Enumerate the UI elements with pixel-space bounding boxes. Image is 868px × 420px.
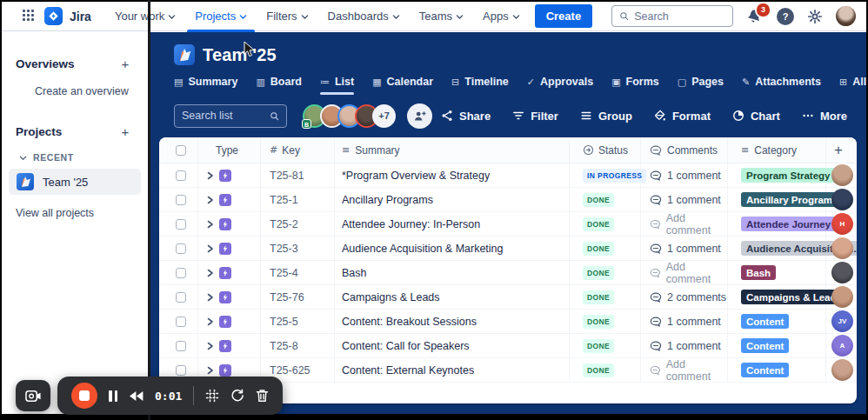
issue-summary[interactable]: Campaigns & Leads [342,291,440,303]
issue-summary[interactable]: Attendee Journey: In-Person [342,218,480,230]
assignee-avatar[interactable] [831,164,853,186]
view-all-projects-link[interactable]: View all projects [2,197,148,229]
status-badge[interactable]: DONE [583,242,614,256]
issue-summary[interactable]: Content: External Keynotes [342,364,474,377]
table-row[interactable]: T25-1 Ancillary Programs DONE 1 comment … [159,188,857,212]
tab-list[interactable]: ≔List [320,76,354,95]
issue-key[interactable]: T25-2 [270,218,298,230]
issue-key[interactable]: T25-1 [270,194,298,206]
assignee-avatar[interactable]: H [831,213,853,235]
tab-approvals[interactable]: ✓Approvals [527,76,593,95]
row-checkbox[interactable] [176,170,186,181]
status-badge[interactable]: DONE [583,266,614,280]
tab-attachments[interactable]: ✎Attachments [742,76,821,95]
assignee-avatar[interactable]: A [831,335,853,357]
add-column-button[interactable]: + [834,143,843,157]
settings-button[interactable] [807,9,823,24]
create-overview-link[interactable]: Create an overview [2,77,148,105]
group-button[interactable]: Group [580,110,632,123]
table-row[interactable]: T25-3 Audience Acquisition & Marketing D… [159,237,857,261]
assignee-avatar[interactable] [831,189,853,210]
tab-timeline[interactable]: ⊟Timeline [451,76,509,95]
row-checkbox[interactable] [176,195,186,205]
issue-summary[interactable]: *Program Overview & Strategy [342,170,490,182]
status-badge[interactable]: DONE [583,339,614,353]
rewind-button[interactable] [129,390,144,402]
assignee-avatar[interactable] [831,262,853,283]
status-badge[interactable]: DONE [583,315,614,329]
add-project-button[interactable]: + [117,123,134,140]
comments-cell[interactable]: 1 comment [641,334,728,357]
status-badge[interactable]: DONE [583,193,614,207]
create-button[interactable]: Create [535,4,592,28]
comments-cell[interactable]: 1 comment [641,310,728,333]
nav-item-apps[interactable]: Apps [473,2,530,31]
row-checkbox[interactable] [176,341,186,351]
row-checkbox[interactable] [176,268,186,278]
status-badge[interactable]: DONE [583,290,614,304]
list-search[interactable] [174,104,287,128]
search-input[interactable] [634,10,725,23]
notifications-button[interactable]: 3 [746,8,764,25]
issue-summary[interactable]: Content: Call for Speakers [342,340,470,352]
issue-key[interactable]: T25-3 [270,243,298,255]
nav-item-projects[interactable]: Projects [185,2,257,31]
issue-key[interactable]: T25-76 [270,291,304,303]
tab-pages[interactable]: ▢Pages [678,76,724,95]
issue-summary[interactable]: Audience Acquisition & Marketing [342,243,504,255]
comments-cell[interactable]: Add comment [641,212,728,236]
comments-cell[interactable]: Add comment [641,261,728,284]
pause-button[interactable] [109,390,117,402]
category-tag[interactable]: Content [741,363,789,377]
table-row[interactable]: T25-76 Campaigns & Leads DONE 2 comments… [159,285,857,310]
expand-chevron-icon[interactable] [207,366,214,375]
tab-forms[interactable]: ▣Forms [611,76,659,95]
select-all-checkbox[interactable] [176,145,186,156]
filter-button[interactable]: Filter [512,110,558,123]
global-search[interactable] [611,5,733,27]
row-checkbox[interactable] [176,317,186,327]
issue-key[interactable]: T25-81 [270,170,304,182]
table-row[interactable]: T25-2 Attendee Journey: In-Person DONE A… [159,212,857,237]
sidebar-item-team25[interactable]: Team '25 [9,169,141,195]
avatar-overflow-count[interactable]: +7 [372,104,396,128]
nav-item-filters[interactable]: Filters [257,2,317,31]
comments-cell[interactable]: Add comment [641,358,728,382]
chart-button[interactable]: Chart [732,110,780,123]
expand-chevron-icon[interactable] [207,171,214,180]
comments-cell[interactable]: 1 comment [641,237,728,260]
category-tag[interactable]: Attendee Journey [741,217,836,231]
expand-chevron-icon[interactable] [207,244,214,253]
tab-summary[interactable]: ▤Summary [174,76,237,95]
column-category[interactable]: ≡Category [728,137,826,163]
expand-chevron-icon[interactable] [207,342,214,350]
assignee-avatar[interactable] [831,237,853,259]
add-overview-button[interactable]: + [117,55,134,72]
issue-summary[interactable]: Content: Breakout Sessions [342,316,477,328]
category-tag[interactable]: Content [741,338,789,353]
assignee-avatar[interactable] [831,359,853,381]
expand-chevron-icon[interactable] [207,196,214,204]
category-tag[interactable]: Content [741,314,789,329]
nav-item-your-work[interactable]: Your work [105,2,185,31]
delete-recording-button[interactable] [256,389,269,403]
more-button[interactable]: More [802,110,847,123]
row-checkbox[interactable] [176,292,186,303]
expand-chevron-icon[interactable] [207,293,214,302]
assignee-avatar[interactable]: JV [831,310,853,332]
category-tag[interactable]: Bash [741,265,776,280]
table-row[interactable]: T25-8 Content: Call for Speakers DONE 1 … [159,334,857,358]
column-comments[interactable]: Comments [641,137,728,163]
camera-toggle-button[interactable] [16,380,50,411]
assignee-avatar[interactable] [831,286,853,308]
column-summary[interactable]: ≡Summary [335,137,570,163]
expand-chevron-icon[interactable] [207,317,214,326]
table-row[interactable]: T25-81 *Program Overview & Strategy IN P… [159,163,857,188]
add-people-button[interactable] [407,103,432,129]
category-tag[interactable]: Program Strategy [741,168,836,183]
expand-chevron-icon[interactable] [207,269,214,277]
tab-all-work[interactable]: ⊞All work [839,76,866,95]
nav-item-dashboards[interactable]: Dashboards [318,2,410,31]
row-checkbox[interactable] [176,219,186,230]
format-button[interactable]: Format [654,110,711,123]
